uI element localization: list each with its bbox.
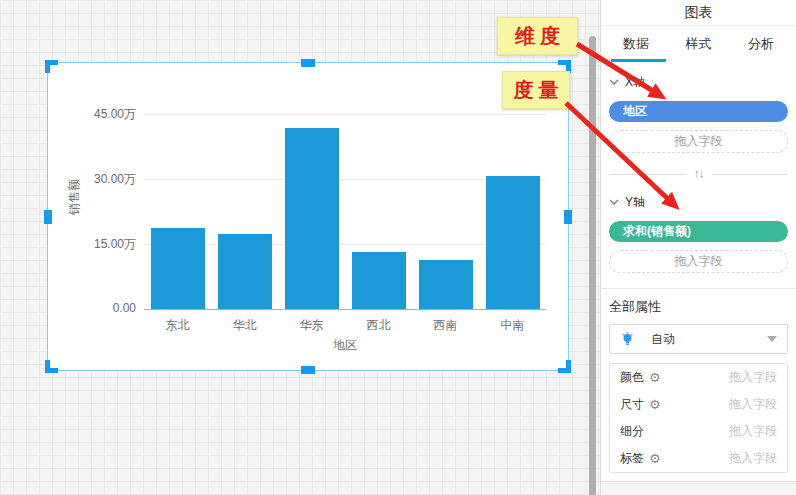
canvas-scrollbar[interactable] xyxy=(589,36,596,495)
bar[interactable] xyxy=(285,128,339,309)
bar[interactable] xyxy=(419,260,473,309)
resize-handle-right[interactable] xyxy=(564,210,572,224)
property-mode-value: 自动 xyxy=(651,331,675,348)
resize-handle-left[interactable] xyxy=(44,210,52,224)
property-row-color[interactable]: 颜色 ⚙ 拖入字段 xyxy=(610,364,787,391)
resize-handle-top-left[interactable] xyxy=(45,60,58,73)
resize-handle-bottom-left[interactable] xyxy=(45,360,58,373)
resize-handle-top[interactable] xyxy=(301,59,315,67)
bar-chart: 45.00万30.00万15.00万0.00东北华北华东西北西南中南地区销售额 xyxy=(48,63,568,370)
gear-icon[interactable]: ⚙ xyxy=(649,398,661,411)
annotation-dimension-label: 维度 xyxy=(515,23,565,50)
x-tick-label: 华北 xyxy=(211,317,278,334)
tab-analysis[interactable]: 分析 xyxy=(748,35,774,53)
resize-handle-bottom-right[interactable] xyxy=(558,360,571,373)
field-pill-region[interactable]: 地区 xyxy=(609,101,788,122)
property-label: 尺寸 xyxy=(620,396,644,413)
section-divider xyxy=(601,288,796,289)
x-axis-line xyxy=(144,309,546,310)
annotation-measure: 度量 xyxy=(502,71,570,109)
y-tick-label: 15.00万 xyxy=(76,236,136,253)
grid-line xyxy=(144,114,546,115)
caret-down-icon xyxy=(767,336,777,342)
annotation-dimension: 维度 xyxy=(497,17,578,55)
property-row-label[interactable]: 标签 ⚙ 拖入字段 xyxy=(610,445,787,472)
panel-tabs: 数据 样式 分析 xyxy=(601,26,796,62)
property-mode-select[interactable]: 自动 xyxy=(609,324,788,354)
chart-settings-panel: 图表 数据 样式 分析 X轴 地区 拖入字段 ↑↓ Y轴 求和(销售额) 拖入字… xyxy=(600,0,796,495)
divider-line xyxy=(609,174,686,175)
property-drop-zone[interactable]: 拖入字段 xyxy=(729,450,777,467)
gear-icon[interactable]: ⚙ xyxy=(649,452,661,465)
x-axis-title: 地区 xyxy=(144,337,546,354)
tab-data[interactable]: 数据 xyxy=(623,35,649,53)
y-tick-label: 0.00 xyxy=(76,301,136,315)
bar[interactable] xyxy=(486,176,540,309)
x-tick-label: 西北 xyxy=(345,317,412,334)
y-axis-label: Y轴 xyxy=(625,194,645,211)
property-label: 细分 xyxy=(620,423,644,440)
y-axis-title: 销售额 xyxy=(66,179,83,215)
panel-bottom-strip xyxy=(601,482,796,495)
x-tick-label: 华东 xyxy=(278,317,345,334)
property-label: 标签 xyxy=(620,450,644,467)
annotation-measure-label: 度量 xyxy=(514,77,564,104)
property-drop-zone[interactable]: 拖入字段 xyxy=(729,369,777,386)
tab-style[interactable]: 样式 xyxy=(686,35,712,53)
property-drop-zone[interactable]: 拖入字段 xyxy=(729,423,777,440)
x-axis-section-header[interactable]: X轴 xyxy=(609,74,788,90)
y-axis-drop-zone[interactable]: 拖入字段 xyxy=(609,250,788,273)
bar[interactable] xyxy=(352,252,406,309)
property-row-subdivide[interactable]: 细分 拖入字段 xyxy=(610,418,787,445)
chevron-down-icon xyxy=(609,79,619,85)
x-axis-label: X轴 xyxy=(625,74,645,91)
resize-handle-bottom[interactable] xyxy=(301,366,315,374)
y-tick-label: 30.00万 xyxy=(76,171,136,188)
active-tab-indicator xyxy=(611,59,666,62)
swap-axes-icon[interactable]: ↑↓ xyxy=(686,167,712,181)
chevron-down-icon xyxy=(609,199,619,205)
property-label: 颜色 xyxy=(620,369,644,386)
bar[interactable] xyxy=(151,228,205,309)
field-pill-sum-sales[interactable]: 求和(销售额) xyxy=(609,221,788,242)
property-rows: 颜色 ⚙ 拖入字段 尺寸 ⚙ 拖入字段 细分 拖入字段 标签 xyxy=(609,363,788,473)
x-tick-label: 东北 xyxy=(144,317,211,334)
y-axis-section-header[interactable]: Y轴 xyxy=(609,194,788,210)
x-axis-drop-zone[interactable]: 拖入字段 xyxy=(609,130,788,153)
divider-line xyxy=(712,174,789,175)
bar[interactable] xyxy=(218,234,272,309)
lightbulb-icon xyxy=(620,331,635,347)
gear-icon[interactable]: ⚙ xyxy=(649,371,661,384)
x-tick-label: 中南 xyxy=(479,317,546,334)
property-row-size[interactable]: 尺寸 ⚙ 拖入字段 xyxy=(610,391,787,418)
x-tick-label: 西南 xyxy=(412,317,479,334)
design-canvas[interactable]: 45.00万30.00万15.00万0.00东北华北华东西北西南中南地区销售额 … xyxy=(0,0,600,495)
chart-widget[interactable]: 45.00万30.00万15.00万0.00东北华北华东西北西南中南地区销售额 xyxy=(47,62,569,371)
y-tick-label: 45.00万 xyxy=(76,106,136,123)
swap-axes-divider: ↑↓ xyxy=(609,166,788,182)
property-drop-zone[interactable]: 拖入字段 xyxy=(729,396,777,413)
all-properties-label: 全部属性 xyxy=(609,298,788,316)
panel-title: 图表 xyxy=(601,0,796,26)
